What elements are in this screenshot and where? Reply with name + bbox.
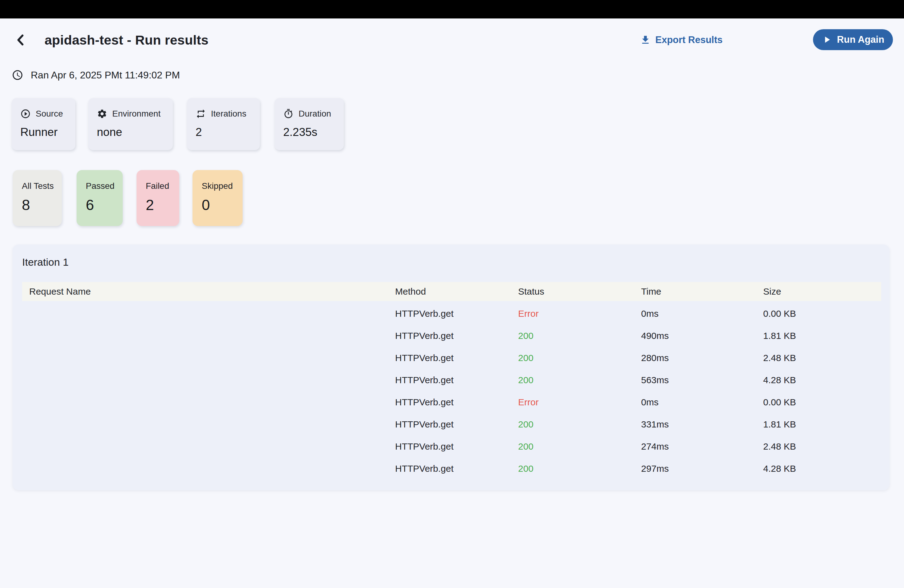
cell-size: 0.00 KB <box>763 308 881 319</box>
run-again-label: Run Again <box>837 34 884 45</box>
iteration-title: Iteration 1 <box>22 256 69 268</box>
timer-icon <box>283 109 294 119</box>
cell-status: 200 <box>518 441 641 452</box>
info-card-value: none <box>97 126 164 139</box>
column-header-time: Time <box>641 286 763 297</box>
table-row: HTTPVerb.get 200 280ms 2.48 KB <box>22 347 881 369</box>
gear-icon <box>97 109 107 119</box>
window-titlebar <box>0 0 904 19</box>
download-icon <box>640 35 651 46</box>
column-header-method: Method <box>395 286 518 297</box>
run-timestamp: Ran Apr 6, 2025 PMt 11:49:02 PM <box>12 68 180 82</box>
back-button[interactable] <box>12 32 30 49</box>
info-card-iterations: Iterations 2 <box>187 98 260 150</box>
cell-method: HTTPVerb.get <box>395 353 518 363</box>
table-row: HTTPVerb.get Error 0ms 0.00 KB <box>22 391 881 413</box>
table-header-row: Request Name Method Status Time Size <box>22 282 881 301</box>
stat-card-label: Skipped <box>202 181 243 191</box>
run-timestamp-label: Ran Apr 6, 2025 PMt 11:49:02 PM <box>31 70 180 81</box>
column-header-status: Status <box>518 286 641 297</box>
cell-status: Error <box>518 308 641 319</box>
info-card-label: Source <box>36 109 63 119</box>
info-card-label: Environment <box>112 109 161 119</box>
play-icon <box>822 35 832 45</box>
table-row: HTTPVerb.get 200 490ms 1.81 KB <box>22 325 881 347</box>
cell-method: HTTPVerb.get <box>395 419 518 430</box>
stat-card-value: 6 <box>86 196 123 213</box>
cell-size: 4.28 KB <box>763 463 881 474</box>
cell-method: HTTPVerb.get <box>395 441 518 452</box>
cell-method: HTTPVerb.get <box>395 330 518 341</box>
info-card-label: Duration <box>299 109 331 119</box>
cell-time: 563ms <box>641 375 763 385</box>
stat-card-label: Passed <box>86 181 123 191</box>
cell-size: 1.81 KB <box>763 330 881 341</box>
iteration-results-card: Iteration 1 Request Name Method Status T… <box>13 245 890 490</box>
cell-status: Error <box>518 397 641 408</box>
chevron-left-icon <box>13 32 28 47</box>
stat-card-value: 0 <box>202 196 243 213</box>
cell-size: 2.48 KB <box>763 441 881 452</box>
column-header-size: Size <box>763 286 881 297</box>
info-card-value: 2.235s <box>283 126 335 139</box>
page-title: apidash-test - Run results <box>44 32 209 49</box>
info-card-value: 2 <box>196 126 251 139</box>
run-again-button[interactable]: Run Again <box>813 29 893 50</box>
table-row: HTTPVerb.get 200 331ms 1.81 KB <box>22 413 881 435</box>
cell-time: 274ms <box>641 441 763 452</box>
cell-size: 2.48 KB <box>763 353 881 363</box>
cell-status: 200 <box>518 419 641 430</box>
table-row: HTTPVerb.get 200 274ms 2.48 KB <box>22 435 881 458</box>
export-results-label: Export Results <box>655 35 722 46</box>
info-card-duration: Duration 2.235s <box>275 98 344 150</box>
cell-method: HTTPVerb.get <box>395 463 518 474</box>
table-row: HTTPVerb.get Error 0ms 0.00 KB <box>22 303 881 325</box>
stat-card-label: All Tests <box>22 181 62 191</box>
stat-card-passed: Passed 6 <box>77 170 123 226</box>
info-card-label: Iterations <box>211 109 246 119</box>
stat-card-failed: Failed 2 <box>136 170 179 226</box>
cell-status: 200 <box>518 353 641 363</box>
info-card-environment: Environment none <box>88 98 173 150</box>
cell-status: 200 <box>518 330 641 341</box>
stat-card-value: 8 <box>22 196 62 213</box>
cell-status: 200 <box>518 375 641 385</box>
cell-size: 0.00 KB <box>763 397 881 408</box>
cell-status: 200 <box>518 463 641 474</box>
table-row: HTTPVerb.get 200 297ms 4.28 KB <box>22 458 881 480</box>
table-body: HTTPVerb.get Error 0ms 0.00 KB HTTPVerb.… <box>22 303 881 480</box>
cell-time: 490ms <box>641 330 763 341</box>
repeat-icon <box>196 109 206 119</box>
play-circle-icon <box>20 109 31 119</box>
cell-time: 331ms <box>641 419 763 430</box>
info-card-value: Runner <box>20 126 67 139</box>
stat-card-skipped: Skipped 0 <box>193 170 243 226</box>
table-row: HTTPVerb.get 200 563ms 4.28 KB <box>22 369 881 391</box>
cell-method: HTTPVerb.get <box>395 397 518 408</box>
cell-size: 4.28 KB <box>763 375 881 385</box>
stat-card-all-tests: All Tests 8 <box>13 170 62 226</box>
column-header-request-name: Request Name <box>22 286 395 297</box>
cell-time: 280ms <box>641 353 763 363</box>
cell-time: 297ms <box>641 463 763 474</box>
info-card-source: Source Runner <box>12 98 75 150</box>
cell-time: 0ms <box>641 397 763 408</box>
cell-method: HTTPVerb.get <box>395 375 518 385</box>
stat-card-label: Failed <box>146 181 179 191</box>
clock-icon <box>12 69 24 81</box>
cell-size: 1.81 KB <box>763 419 881 430</box>
cell-time: 0ms <box>641 308 763 319</box>
stat-card-value: 2 <box>146 196 179 213</box>
export-results-button[interactable]: Export Results <box>640 31 722 49</box>
cell-method: HTTPVerb.get <box>395 308 518 319</box>
